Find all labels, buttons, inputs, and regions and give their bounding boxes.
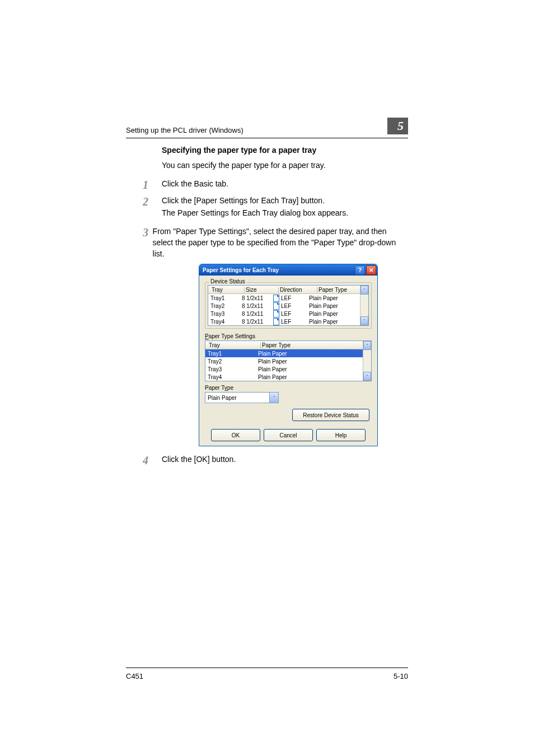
content: Specifying the paper type for a paper tr… <box>162 146 408 466</box>
mnemonic-underline: R <box>303 412 307 418</box>
dialog-title: Paper Settings for Each Tray <box>203 267 354 273</box>
paper-type-settings-label: Paper Type Settings <box>205 333 372 339</box>
chapter-number: 5 <box>387 118 408 134</box>
listbox-header: Tray Paper Type <box>205 341 363 349</box>
intro-paragraph: You can specify the paper type for a pap… <box>162 160 408 171</box>
chapter-badge: 5 <box>387 118 408 134</box>
scroll-down-icon[interactable]: ˅ <box>363 372 371 381</box>
table-row[interactable]: Tray4 Plain Paper <box>205 373 363 381</box>
device-status-listbox[interactable]: Tray Size Direction Paper Type Tray1 8 1… <box>208 285 369 326</box>
running-head: Setting up the PCL driver (Windows) 5 <box>126 118 408 138</box>
section-heading: Specifying the paper type for a paper tr… <box>162 146 408 155</box>
combobox-value: Plain Paper <box>205 395 269 401</box>
paper-type-settings-listbox[interactable]: Tray Paper Type Tray1 Plain Paper Tray2 … <box>205 340 372 381</box>
step-text: From "Paper Type Settings", select the d… <box>153 226 408 259</box>
scroll-up-icon[interactable]: ˄ <box>363 341 371 350</box>
page-icon <box>273 318 279 325</box>
col-papertype[interactable]: Paper Type <box>261 342 363 348</box>
step-number: 3 <box>143 226 153 259</box>
paper-type-combobox[interactable]: Plain Paper ˅ <box>205 392 279 403</box>
scroll-up-icon[interactable]: ˄ <box>360 286 368 295</box>
group-device-status: Device Status Tray Size Direction Paper … <box>205 282 372 329</box>
footer-right: 5-10 <box>394 672 408 680</box>
step-text: Click the [OK] button. <box>162 454 236 465</box>
help-button[interactable]: Help <box>316 429 366 441</box>
page-icon <box>273 302 279 310</box>
page-icon <box>273 295 279 302</box>
step-number: 2 <box>143 195 162 223</box>
footer-left: C451 <box>126 672 143 680</box>
step-text: Click the Basic tab. <box>162 179 228 190</box>
ok-button[interactable]: OK <box>211 429 260 441</box>
step-1: 1 Click the Basic tab. <box>162 179 408 191</box>
scroll-track[interactable] <box>360 295 368 316</box>
scroll-track[interactable] <box>363 350 371 372</box>
step-list-cont: 4 Click the [OK] button. <box>162 454 408 466</box>
mnemonic-underline: H <box>335 432 339 438</box>
step-2: 2 Click the [Paper Settings for Each Tra… <box>162 195 408 223</box>
col-papertype[interactable]: Paper Type <box>317 287 360 293</box>
col-tray[interactable]: Tray <box>210 287 245 293</box>
listbox-header: Tray Size Direction Paper Type <box>208 286 360 294</box>
step-number: 1 <box>143 179 162 191</box>
dialog-titlebar[interactable]: Paper Settings for Each Tray ? ✕ <box>199 264 377 276</box>
dialog-screenshot: Paper Settings for Each Tray ? ✕ Device … <box>199 264 408 446</box>
col-size[interactable]: Size <box>245 287 279 293</box>
paper-type-label: Paper Type <box>205 385 372 391</box>
step-4: 4 Click the [OK] button. <box>162 454 408 466</box>
dialog-button-row: OK Cancel Help <box>199 426 377 446</box>
col-direction[interactable]: Direction <box>279 287 317 293</box>
dialog-body: Device Status Tray Size Direction Paper … <box>199 282 377 426</box>
running-head-title: Setting up the PCL driver (Windows) <box>126 126 243 134</box>
table-row[interactable]: Tray3 8 1/2x11 LEF Plain Paper <box>208 310 360 318</box>
page-root: Setting up the PCL driver (Windows) 5 Sp… <box>0 0 534 756</box>
scrollbar[interactable]: ˄ ˅ <box>363 341 371 381</box>
step-list: 1 Click the Basic tab. 2 Click the [Pape… <box>162 179 408 259</box>
mnemonic-underline: P <box>205 333 209 339</box>
step-number: 4 <box>143 454 162 466</box>
restore-device-status-button[interactable]: Restore Device Status <box>292 409 369 421</box>
help-icon[interactable]: ? <box>355 265 365 275</box>
cancel-button[interactable]: Cancel <box>264 429 313 441</box>
table-row[interactable]: Tray1 8 1/2x11 LEF Plain Paper <box>208 294 360 302</box>
step-subtext: The Paper Settings for Each Tray dialog … <box>162 208 348 217</box>
footer-rule <box>126 668 408 669</box>
chevron-down-icon[interactable]: ˅ <box>269 393 278 403</box>
group-legend: Device Status <box>209 278 247 284</box>
table-row[interactable]: Tray2 Plain Paper <box>205 357 363 365</box>
step-3: 3 From "Paper Type Settings", select the… <box>162 226 408 259</box>
scrollbar[interactable]: ˄ ˅ <box>360 286 368 325</box>
table-row[interactable]: Tray1 Plain Paper <box>205 349 363 357</box>
scroll-down-icon[interactable]: ˅ <box>360 316 368 325</box>
col-tray[interactable]: Tray <box>208 342 261 348</box>
close-icon[interactable]: ✕ <box>366 265 376 275</box>
page-icon <box>273 310 279 318</box>
table-row[interactable]: Tray4 8 1/2x11 LEF Plain Paper <box>208 318 360 325</box>
table-row[interactable]: Tray2 8 1/2x11 LEF Plain Paper <box>208 302 360 310</box>
page-footer: C451 5-10 <box>126 668 408 680</box>
dialog-paper-settings: Paper Settings for Each Tray ? ✕ Device … <box>199 264 378 446</box>
table-row[interactable]: Tray3 Plain Paper <box>205 365 363 373</box>
step-text: Click the [Paper Settings for Each Tray]… <box>162 195 348 207</box>
